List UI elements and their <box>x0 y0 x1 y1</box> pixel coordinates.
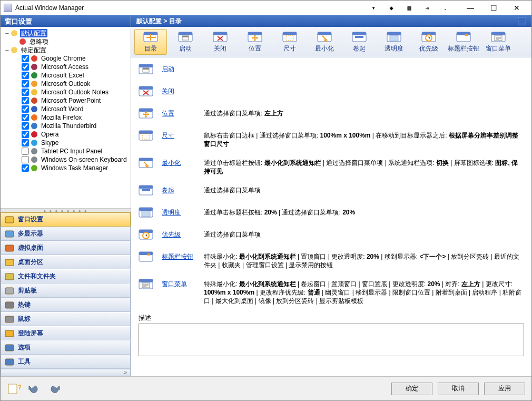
tree-app-checkbox[interactable] <box>22 72 29 79</box>
tree-app-checkbox[interactable] <box>22 156 29 163</box>
titlebar-extra-icons[interactable]: ▾◆▩⇥. <box>369 4 449 12</box>
section-link[interactable]: 尺寸 <box>162 129 204 140</box>
nav-item[interactable]: 多显示器 <box>1 227 131 241</box>
description-input[interactable] <box>139 324 524 356</box>
section-link[interactable]: 启动 <box>162 63 204 73</box>
nav-item[interactable]: 窗口设置 <box>1 212 131 227</box>
toolbar-icon <box>456 31 471 43</box>
tree-app-item[interactable]: Windows On-screen Keyboard <box>2 155 130 164</box>
duplicate-icon[interactable] <box>518 17 526 25</box>
nav-item[interactable]: 剪贴板 <box>1 283 131 298</box>
tree-app-checkbox[interactable] <box>22 139 29 146</box>
gripper[interactable]: ● ● ● ● ● ● ● ● <box>1 208 131 212</box>
nav-label: 工具 <box>18 357 31 366</box>
tree-app-item[interactable]: Microsoft Word <box>2 105 130 113</box>
tree-app-checkbox[interactable] <box>22 97 29 104</box>
section-row: 关闭 <box>139 85 524 99</box>
maximize-button[interactable]: ☐ <box>482 1 505 15</box>
toolbar-label: 透明度 <box>385 44 403 53</box>
toolbar-icon <box>352 31 367 43</box>
section-link[interactable]: 窗口菜单 <box>162 278 204 288</box>
tree-app-item[interactable]: Microsoft Access <box>2 63 130 71</box>
svg-rect-52 <box>457 32 470 35</box>
tree-app-checkbox[interactable] <box>22 55 29 62</box>
tree-app-checkbox[interactable] <box>22 105 29 113</box>
ok-button[interactable]: 确定 <box>391 383 432 395</box>
cancel-button[interactable]: 取消 <box>438 383 479 395</box>
tree-app-checkbox[interactable] <box>22 89 29 96</box>
tree-app-checkbox[interactable] <box>22 148 29 155</box>
toolbar-label: 窗口菜单 <box>486 44 511 53</box>
toolbar-button[interactable]: 启动 <box>169 29 202 55</box>
nav-item[interactable]: 虚拟桌面 <box>1 241 131 255</box>
nav-icon <box>4 215 15 224</box>
config-tree[interactable]: −默认配置忽略项−特定配置Google ChromeMicrosoft Acce… <box>1 27 131 208</box>
tree-app-checkbox[interactable] <box>22 63 29 71</box>
redo-icon[interactable] <box>47 382 62 396</box>
tree-app-item[interactable]: Skype <box>2 139 130 147</box>
nav-item[interactable]: 鼠标 <box>1 312 131 326</box>
nav-item[interactable]: 热键 <box>1 298 131 312</box>
svg-point-16 <box>31 165 37 171</box>
toolbar-button[interactable]: 位置 <box>239 29 271 55</box>
tree-app-checkbox[interactable] <box>22 131 29 138</box>
toolbar-button[interactable]: 窗口菜单 <box>482 29 515 55</box>
nav-item[interactable]: 桌面分区 <box>1 255 131 269</box>
tree-default-config[interactable]: −默认配置 <box>2 29 130 37</box>
help-icon[interactable]: ? <box>7 382 22 396</box>
section-icon <box>139 107 155 121</box>
svg-rect-23 <box>5 302 14 308</box>
toolbar-label: 优先级 <box>419 44 438 53</box>
section-link[interactable]: 关闭 <box>162 85 204 95</box>
section-desc <box>204 63 524 65</box>
section-link[interactable]: 卷起 <box>162 184 204 194</box>
section-row: 卷起通过选择窗口菜单项 <box>139 184 524 198</box>
nav-icon <box>4 315 15 324</box>
nav-label: 虚拟桌面 <box>18 243 43 252</box>
toolbar-button[interactable]: 透明度 <box>378 29 410 55</box>
toolbar-button[interactable]: 优先级 <box>412 29 445 55</box>
tree-app-item[interactable]: Windows Task Manager <box>2 164 130 172</box>
tree-specific-config[interactable]: −特定配置 <box>2 46 130 54</box>
toolbar-button[interactable]: 最小化 <box>308 29 341 55</box>
description-label: 描述 <box>139 314 524 322</box>
svg-point-10 <box>31 114 37 121</box>
tree-app-item[interactable]: Microsoft Outlook Notes <box>2 88 130 96</box>
section-desc: 特殊最小化: 最小化到系统通知栏 | 卷起窗口 | 置顶窗口 | 窗口置底 | … <box>204 278 524 305</box>
app-icon <box>30 139 38 147</box>
tree-app-item[interactable]: Microsoft PowerPoint <box>2 96 130 105</box>
toolbar-button[interactable]: 尺寸 <box>273 29 306 55</box>
section-icon <box>139 63 155 76</box>
section-link[interactable]: 优先级 <box>162 228 204 239</box>
apply-button[interactable]: 应用 <box>484 383 525 395</box>
section-link[interactable]: 位置 <box>162 107 204 118</box>
tree-app-item[interactable]: Opera <box>2 130 130 139</box>
undo-icon[interactable] <box>27 382 42 396</box>
section-link[interactable]: 标题栏按钮 <box>162 250 204 261</box>
nav-item[interactable]: 文件和文件夹 <box>1 269 131 283</box>
tree-app-item[interactable]: Mozilla Thunderbird <box>2 122 130 130</box>
tree-app-checkbox[interactable] <box>22 114 29 121</box>
nav-item[interactable]: 登陆屏幕 <box>1 326 131 340</box>
tree-ignore[interactable]: 忽略项 <box>2 37 130 46</box>
section-link[interactable]: 最小化 <box>162 157 204 167</box>
nav-overflow[interactable]: » <box>1 369 131 376</box>
tree-app-checkbox[interactable] <box>22 164 29 172</box>
tree-app-item[interactable]: Microsoft Excel <box>2 71 130 80</box>
tree-app-item[interactable]: Tablet PC Input Panel <box>2 147 130 155</box>
close-button[interactable]: ✕ <box>505 1 528 15</box>
toolbar-button[interactable]: 目录 <box>134 29 167 55</box>
section-link[interactable]: 透明度 <box>162 206 204 217</box>
app-icon <box>30 105 38 113</box>
nav-item[interactable]: 选项 <box>1 340 131 355</box>
tree-app-item[interactable]: Google Chrome <box>2 54 130 63</box>
tree-app-item[interactable]: Mozilla Firefox <box>2 113 130 122</box>
minimize-button[interactable]: — <box>459 1 482 15</box>
tree-app-item[interactable]: Microsoft Outlook <box>2 80 130 88</box>
toolbar-button[interactable]: 标题栏按钮 <box>447 29 480 55</box>
toolbar-button[interactable]: 关闭 <box>204 29 237 55</box>
nav-item[interactable]: 工具 <box>1 355 131 369</box>
tree-app-checkbox[interactable] <box>22 80 29 87</box>
tree-app-checkbox[interactable] <box>22 122 29 130</box>
toolbar-button[interactable]: 卷起 <box>343 29 376 55</box>
